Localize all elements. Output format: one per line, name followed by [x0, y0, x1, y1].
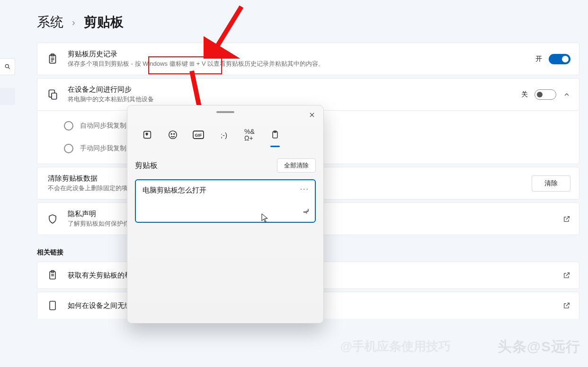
watermark: @手机应条使用技巧	[340, 338, 451, 355]
svg-point-0	[5, 64, 9, 68]
tab-gif[interactable]: GIF	[193, 129, 204, 140]
radio-icon	[64, 121, 73, 131]
svg-point-20	[171, 133, 172, 134]
svg-text:GIF: GIF	[195, 133, 203, 138]
item-more-button[interactable]: ···	[300, 185, 309, 193]
popup-title: 剪贴板	[135, 161, 158, 171]
breadcrumb-parent[interactable]: 系统	[37, 13, 63, 31]
tab-emoji[interactable]	[167, 129, 178, 140]
card-title: 在设备之间进行同步	[68, 85, 521, 94]
clipboard-icon	[270, 130, 280, 140]
popup-tabs: GIF ;-) %&Ω+	[127, 129, 323, 140]
sync-devices-icon	[46, 88, 59, 101]
clear-all-button[interactable]: 全部清除	[277, 158, 316, 173]
svg-rect-13	[50, 301, 55, 310]
sync-toggle[interactable]	[535, 89, 556, 100]
breadcrumb-separator: ›	[72, 17, 75, 28]
emoji-icon	[168, 130, 178, 140]
search-button[interactable]	[0, 58, 15, 75]
shield-icon	[46, 212, 59, 226]
card-title: 剪贴板历史记录	[68, 50, 535, 59]
clear-button[interactable]: 清除	[532, 175, 570, 192]
radio-icon	[64, 144, 73, 153]
card-clipboard-history[interactable]: 剪贴板历史记录 保存多个项目到剪贴板 - 按 Windows 徽标键 ⊞ + V…	[37, 43, 579, 75]
external-link-icon	[563, 271, 570, 279]
toggle-state-label: 开	[535, 55, 542, 63]
document-icon	[46, 299, 59, 312]
svg-rect-8	[52, 93, 57, 99]
watermark: 头条@S远行	[498, 337, 580, 357]
drag-handle[interactable]	[216, 111, 234, 113]
symbols-icon: %&Ω+	[244, 128, 255, 141]
annotation-highlight	[148, 56, 222, 74]
kaomoji-icon: ;-)	[221, 131, 227, 139]
gif-icon: GIF	[193, 131, 204, 139]
svg-point-21	[174, 133, 175, 134]
tab-kaomoji[interactable]: ;-)	[218, 129, 230, 140]
clipboard-item[interactable]: 电脑剪贴板怎么打开 ···	[135, 179, 316, 223]
chevron-up-icon	[563, 91, 570, 98]
history-toggle[interactable]	[549, 54, 570, 64]
breadcrumb-current: 剪贴板	[84, 13, 124, 31]
card-subtitle: 保存多个项目到剪贴板 - 按 Windows 徽标键 ⊞ + V 以查看剪贴板历…	[68, 60, 535, 68]
tab-recent[interactable]	[142, 129, 153, 140]
pin-icon	[303, 208, 310, 215]
external-link-icon	[563, 302, 570, 309]
close-icon	[309, 112, 315, 118]
external-link-icon	[563, 215, 570, 223]
card-subtitle: 将电脑中的文本粘贴到其他设备	[68, 95, 521, 104]
sidebar-selection-indicator	[0, 88, 15, 105]
toggle-state-label: 关	[521, 90, 528, 99]
clipboard-icon	[46, 269, 59, 282]
sticker-heart-icon	[142, 130, 152, 140]
svg-line-1	[8, 68, 9, 69]
tab-symbols[interactable]: %&Ω+	[244, 129, 255, 140]
clipboard-item-text: 电脑剪贴板怎么打开	[143, 186, 308, 195]
clipboard-icon	[46, 52, 59, 66]
svg-point-19	[169, 131, 177, 139]
search-icon	[4, 63, 11, 70]
item-pin-button[interactable]	[303, 208, 310, 217]
close-button[interactable]	[305, 108, 319, 122]
clipboard-popup: GIF ;-) %&Ω+ 剪贴板 全部清除 电脑剪贴板怎么打开 ···	[127, 105, 324, 323]
breadcrumb: 系统 › 剪贴板	[37, 13, 579, 31]
tab-clipboard[interactable]	[269, 129, 281, 140]
